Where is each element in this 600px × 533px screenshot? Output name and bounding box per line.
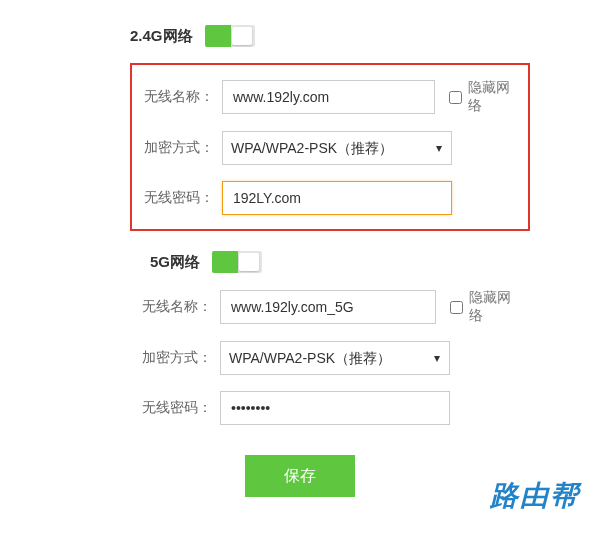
- hide-network-5g[interactable]: 隐藏网络: [450, 289, 520, 325]
- section-header-5g: 5G网络: [150, 251, 570, 273]
- hide-label-5g: 隐藏网络: [469, 289, 520, 325]
- row-5g-password: 无线密码：: [140, 391, 520, 425]
- ssid-label-5g: 无线名称：: [140, 298, 220, 316]
- row-24g-ssid: 无线名称： 隐藏网络: [142, 79, 518, 115]
- network-24g-box: 无线名称： 隐藏网络 加密方式： WPA/WPA2-PSK（推荐） 无线密码：: [130, 63, 530, 231]
- hide-label-24g: 隐藏网络: [468, 79, 518, 115]
- section-title-24g: 2.4G网络: [130, 27, 193, 46]
- hide-checkbox-5g[interactable]: [450, 301, 463, 314]
- row-5g-ssid: 无线名称： 隐藏网络: [140, 289, 520, 325]
- toggle-24g[interactable]: [205, 25, 255, 47]
- ssid-input-24g[interactable]: [222, 80, 435, 114]
- save-button[interactable]: 保存: [245, 455, 355, 497]
- encryption-label-24g: 加密方式：: [142, 139, 222, 157]
- hide-network-24g[interactable]: 隐藏网络: [449, 79, 518, 115]
- section-header-24g: 2.4G网络: [130, 25, 570, 47]
- hide-checkbox-24g[interactable]: [449, 91, 462, 104]
- network-5g-box: 无线名称： 隐藏网络 加密方式： WPA/WPA2-PSK（推荐） 无线密码：: [130, 289, 530, 425]
- password-input-24g[interactable]: [222, 181, 452, 215]
- encryption-select-24g[interactable]: WPA/WPA2-PSK（推荐）: [222, 131, 452, 165]
- password-label-5g: 无线密码：: [140, 399, 220, 417]
- save-row: 保存: [30, 455, 570, 497]
- ssid-label-24g: 无线名称：: [142, 88, 222, 106]
- toggle-5g[interactable]: [212, 251, 262, 273]
- row-24g-password: 无线密码：: [142, 181, 518, 215]
- row-24g-encryption: 加密方式： WPA/WPA2-PSK（推荐）: [142, 131, 518, 165]
- password-input-5g[interactable]: [220, 391, 450, 425]
- watermark: 路由帮: [490, 477, 580, 515]
- section-title-5g: 5G网络: [150, 253, 200, 272]
- encryption-label-5g: 加密方式：: [140, 349, 220, 367]
- row-5g-encryption: 加密方式： WPA/WPA2-PSK（推荐）: [140, 341, 520, 375]
- ssid-input-5g[interactable]: [220, 290, 436, 324]
- encryption-select-5g[interactable]: WPA/WPA2-PSK（推荐）: [220, 341, 450, 375]
- password-label-24g: 无线密码：: [142, 189, 222, 207]
